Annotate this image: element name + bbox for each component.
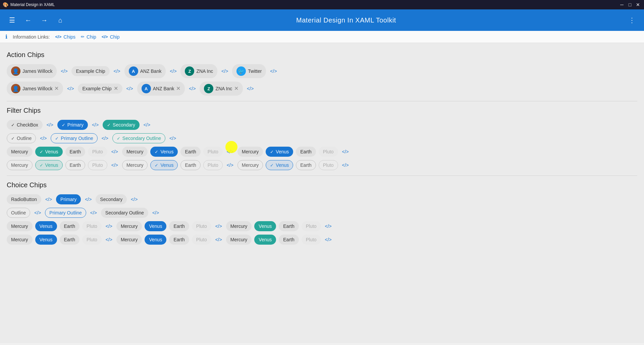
- earth-choice-4[interactable]: Earth: [60, 235, 79, 245]
- mercury-choice-5[interactable]: Mercury: [116, 235, 142, 245]
- pluto-chip-f2[interactable]: Pluto: [203, 147, 223, 157]
- earth-chip-f5[interactable]: Earth: [180, 160, 200, 170]
- example-chip-2[interactable]: Example Chip ✕: [78, 84, 122, 94]
- code-btn-1[interactable]: </>: [59, 66, 69, 76]
- earth-chip-f4[interactable]: Earth: [65, 160, 85, 170]
- earth-choice-6[interactable]: Earth: [279, 235, 299, 245]
- venus-choice-4[interactable]: Venus: [35, 235, 57, 245]
- earth-choice-5[interactable]: Earth: [169, 235, 189, 245]
- mercury-chip-f5[interactable]: Mercury: [122, 160, 148, 170]
- code-btn-c6[interactable]: </>: [151, 208, 160, 217]
- code-btn-f4[interactable]: </>: [39, 134, 48, 143]
- forward-button[interactable]: →: [38, 13, 51, 27]
- code-btn-f5[interactable]: </>: [100, 134, 110, 143]
- venus-chip-f5[interactable]: ✓Venus: [150, 160, 178, 170]
- choice-primary-chip[interactable]: Primary: [56, 194, 81, 204]
- mercury-choice-1[interactable]: Mercury: [7, 221, 33, 231]
- code-btn-5[interactable]: </>: [269, 66, 278, 76]
- twitter-chip-1[interactable]: 🐦 Twitter: [232, 64, 266, 78]
- pluto-chip-f1[interactable]: Pluto: [88, 147, 107, 157]
- code-btn-c1[interactable]: </>: [44, 195, 53, 204]
- close-button[interactable]: ✕: [635, 1, 641, 8]
- chip-link-1[interactable]: ✏ Chip: [81, 34, 96, 40]
- anz-bank-chip-1[interactable]: A ANZ Bank: [124, 64, 166, 78]
- secondary-filter-chip[interactable]: ✓ Secondary: [103, 120, 140, 130]
- code-btn-c3[interactable]: </>: [129, 195, 139, 204]
- anz-bank-close[interactable]: ✕: [176, 86, 180, 91]
- code-btn-fp2[interactable]: </>: [225, 147, 235, 156]
- earth-chip-f1[interactable]: Earth: [65, 147, 85, 157]
- chip-link-2[interactable]: </> Chip: [102, 34, 120, 40]
- pluto-choice-3[interactable]: Pluto: [302, 221, 321, 231]
- code-btn-f3[interactable]: </>: [142, 120, 152, 130]
- outline-filter-chip[interactable]: ✓ Outline: [7, 133, 36, 143]
- code-btn-cp4[interactable]: </>: [104, 235, 114, 244]
- venus-choice-6[interactable]: Venus: [254, 235, 276, 245]
- venus-chip-f1[interactable]: ✓Venus: [35, 147, 63, 157]
- zna-inc-chip-1[interactable]: Z ZNA Inc: [180, 64, 217, 78]
- back-button[interactable]: ←: [21, 13, 35, 27]
- venus-chip-f3[interactable]: ✓Venus: [266, 147, 293, 157]
- pluto-chip-f5[interactable]: Pluto: [203, 160, 223, 170]
- code-btn-cp3[interactable]: </>: [324, 221, 333, 231]
- menu-button[interactable]: ☰: [5, 13, 19, 27]
- anz-bank-chip-2[interactable]: A ANZ Bank ✕: [137, 82, 185, 96]
- code-btn-fp5[interactable]: </>: [225, 160, 235, 170]
- code-btn-fp1[interactable]: </>: [110, 147, 119, 156]
- radiobutton-chip[interactable]: RadioButton: [7, 194, 41, 204]
- code-btn-cp6[interactable]: </>: [324, 235, 333, 244]
- code-btn-c4[interactable]: </>: [33, 208, 42, 217]
- pluto-choice-2[interactable]: Pluto: [192, 221, 211, 231]
- primary-filter-chip[interactable]: ✓ Primary: [57, 120, 88, 130]
- code-btn-f6[interactable]: </>: [168, 134, 177, 143]
- mercury-chip-f1[interactable]: Mercury: [7, 147, 33, 157]
- mercury-choice-2[interactable]: Mercury: [116, 221, 142, 231]
- pluto-chip-f4[interactable]: Pluto: [88, 160, 107, 170]
- code-btn-8[interactable]: </>: [187, 84, 197, 93]
- mercury-chip-f6[interactable]: Mercury: [237, 160, 263, 170]
- example-chip-close[interactable]: ✕: [114, 86, 118, 91]
- pluto-choice-5[interactable]: Pluto: [192, 235, 211, 245]
- pluto-choice-1[interactable]: Pluto: [82, 221, 102, 231]
- mercury-choice-6[interactable]: Mercury: [226, 235, 252, 245]
- code-btn-fp4[interactable]: </>: [110, 160, 119, 170]
- choice-secondary-chip[interactable]: Secondary: [96, 194, 127, 204]
- pluto-choice-6[interactable]: Pluto: [302, 235, 321, 245]
- venus-choice-3[interactable]: Venus: [254, 221, 276, 231]
- choice-primary-outline-chip[interactable]: Primary Outline: [45, 208, 86, 218]
- zna-inc-chip-2[interactable]: Z ZNA Inc ✕: [200, 82, 243, 96]
- earth-choice-1[interactable]: Earth: [60, 221, 79, 231]
- earth-choice-3[interactable]: Earth: [279, 221, 299, 231]
- chips-link[interactable]: </> Chips: [55, 34, 76, 40]
- james-willock-chip-2[interactable]: 👤 James Willock ✕: [7, 82, 63, 96]
- home-button[interactable]: ⌂: [54, 13, 67, 27]
- code-btn-c2[interactable]: </>: [84, 195, 93, 204]
- code-btn-2[interactable]: </>: [112, 66, 122, 76]
- james-willock-chip-1[interactable]: 👤 James Willock: [7, 64, 57, 78]
- earth-chip-f6[interactable]: Earth: [296, 160, 316, 170]
- pluto-chip-f6[interactable]: Pluto: [319, 160, 338, 170]
- code-btn-4[interactable]: </>: [220, 66, 229, 76]
- code-btn-9[interactable]: </>: [246, 84, 255, 93]
- zna-inc-close[interactable]: ✕: [234, 86, 238, 91]
- earth-chip-f2[interactable]: Earth: [180, 147, 200, 157]
- pluto-chip-f3[interactable]: Pluto: [319, 147, 338, 157]
- code-btn-cp1[interactable]: </>: [104, 221, 114, 231]
- secondary-outline-filter-chip[interactable]: ✓ Secondary Outline: [112, 133, 165, 143]
- example-chip-1[interactable]: Example Chip: [71, 66, 109, 76]
- mercury-chip-f4[interactable]: Mercury: [7, 160, 33, 170]
- code-btn-fp6[interactable]: </>: [341, 160, 350, 170]
- more-options-button[interactable]: ⋮: [625, 13, 639, 27]
- code-btn-6[interactable]: </>: [66, 84, 75, 93]
- mercury-chip-f3[interactable]: Mercury: [237, 147, 263, 157]
- code-btn-3[interactable]: </>: [168, 66, 178, 76]
- checkbox-chip[interactable]: ✓ CheckBox: [7, 120, 43, 130]
- earth-chip-f3[interactable]: Earth: [296, 147, 316, 157]
- code-btn-cp2[interactable]: </>: [214, 221, 223, 231]
- venus-chip-f2[interactable]: ✓Venus: [150, 147, 178, 157]
- choice-secondary-outline-chip[interactable]: Secondary Outline: [101, 208, 148, 218]
- code-btn-f1[interactable]: </>: [45, 120, 55, 130]
- venus-choice-2[interactable]: Venus: [145, 221, 166, 231]
- venus-chip-f4[interactable]: ✓Venus: [35, 160, 63, 170]
- mercury-choice-4[interactable]: Mercury: [7, 235, 33, 245]
